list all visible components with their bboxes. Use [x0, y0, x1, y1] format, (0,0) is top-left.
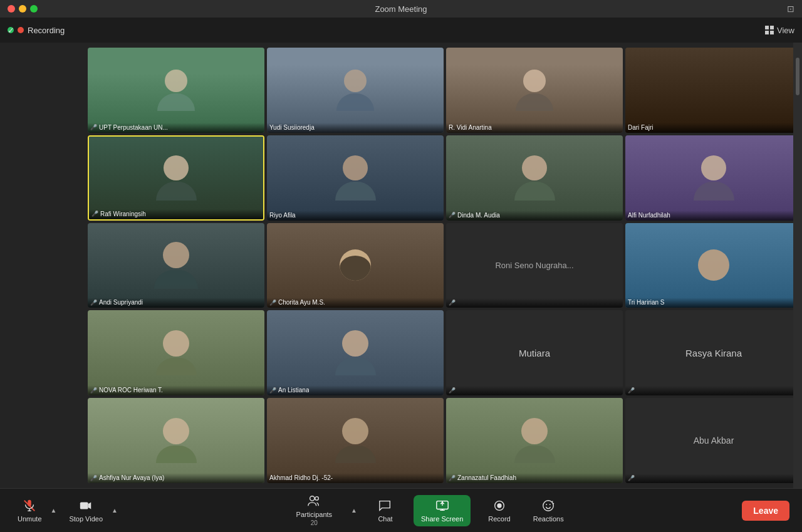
chat-button[interactable]: Chat [370, 496, 401, 525]
grid-icon [765, 26, 774, 34]
cell-label-13: 🎤 NOVA ROC Heriwan T. [88, 385, 264, 395]
unmute-button[interactable]: Unmute [13, 496, 47, 525]
video-cell-15: Mutiara 🎤 [446, 310, 623, 395]
participants-button[interactable]: Participants 20 [291, 492, 337, 529]
video-cell-19: 🎤 Zannazatul Faadhiah [446, 398, 623, 483]
svg-point-13 [546, 504, 548, 505]
mic-off-icon: 🎤 [90, 124, 97, 130]
participants-count: 20 [311, 519, 318, 526]
mic-off-icon-11: 🎤 [449, 300, 456, 306]
svg-point-11 [497, 503, 501, 508]
mic-off-icon-5: 🎤 [91, 211, 98, 217]
scroll-thumb[interactable] [796, 58, 799, 95]
mic-off-icon-13: 🎤 [90, 387, 97, 394]
window-icon: ⊡ [787, 4, 794, 14]
cell-label-7: 🎤 Dinda M. Audia [446, 211, 623, 221]
record-button[interactable]: Record [483, 496, 515, 525]
participants-icon [307, 494, 321, 508]
recording-label: Recording [28, 26, 65, 35]
video-cell-16: Rasya Kirana 🎤 [625, 310, 802, 395]
record-icon [492, 499, 506, 513]
cell-label-10: 🎤 Chorita Ayu M.S. [267, 298, 444, 308]
cell-label-15: 🎤 [446, 386, 623, 395]
top-bar: ✓ Recording View [0, 18, 802, 43]
unmute-label: Unmute [18, 515, 42, 523]
recording-badge: ✓ Recording [8, 26, 65, 35]
cell-label-8: Alfi Nurfadhilah [625, 211, 802, 221]
mic-off-icon [23, 499, 36, 513]
reactions-icon [541, 499, 555, 513]
participant-name-8: Alfi Nurfadhilah [628, 212, 670, 219]
stop-video-label: Stop Video [69, 515, 103, 523]
participant-name-6: Riyo Afila [269, 212, 296, 219]
leave-button[interactable]: Leave [742, 501, 789, 521]
check-icon: ✓ [8, 27, 14, 33]
maximize-button[interactable] [30, 5, 38, 13]
cell-label-11: 🎤 [446, 298, 623, 308]
svg-point-6 [315, 497, 319, 501]
video-cell-9: 🎤 Andi Supriyandi [88, 223, 264, 308]
title-bar: Zoom Meeting ⊡ [0, 0, 802, 18]
participant-name-3: R. Vidi Anartina [449, 124, 492, 131]
video-cell-11: Roni Seno Nugraha... 🎤 [446, 223, 623, 308]
svg-point-14 [549, 504, 551, 505]
unmute-chevron-icon[interactable]: ▲ [51, 507, 57, 514]
share-screen-label: Share Screen [421, 515, 463, 523]
stop-video-button[interactable]: Stop Video [64, 496, 108, 525]
cell-label-14: 🎤 An Listiana [267, 385, 444, 395]
scrollbar[interactable] [793, 43, 802, 488]
video-chevron-icon[interactable]: ▲ [112, 507, 118, 514]
participants-chevron-icon[interactable]: ▲ [351, 507, 357, 514]
video-cell-6: Riyo Afila [267, 135, 444, 221]
participant-name-1: UPT Perpustakaan UN... [99, 124, 168, 131]
participants-label: Participants [296, 511, 332, 518]
participant-name-7: Dinda M. Audia [457, 212, 500, 219]
svg-rect-4 [80, 502, 88, 509]
cell-label-2: Yudi Susiioredja [267, 123, 444, 133]
mic-off-icon-16: 🎤 [628, 387, 635, 394]
video-cell-2: Yudi Susiioredja [267, 48, 444, 133]
toolbar-center: Participants 20 ▲ Chat [291, 492, 569, 529]
mic-off-icon-7: 🎤 [449, 212, 456, 218]
cell-label-18: Akhmad Ridho Dj. -52- [267, 473, 444, 483]
cell-label-1: 🎤 UPT Perpustakaan UN... [88, 123, 264, 133]
video-cell-7: 🎤 Dinda M. Audia [446, 135, 623, 221]
cell-label-16: 🎤 [625, 386, 802, 395]
camera-icon [79, 499, 93, 513]
participant-name-12: Tri Haririan S [628, 299, 665, 306]
window-title: Zoom Meeting [375, 4, 427, 14]
share-screen-button[interactable]: Share Screen [414, 495, 471, 526]
video-cell-13: 🎤 NOVA ROC Heriwan T. [88, 310, 264, 395]
participant-name-2: Yudi Susiioredja [269, 124, 315, 131]
toolbar: Unmute ▲ Stop Video ▲ [0, 488, 802, 532]
mic-off-icon-20: 🎤 [628, 475, 635, 481]
reactions-label: Reactions [533, 515, 564, 523]
record-label: Record [488, 515, 510, 523]
video-cell-17: 🎤 Ashfiya Nur Avaya (Iya) [88, 398, 264, 483]
svg-point-5 [310, 496, 315, 501]
mic-off-icon-10: 🎤 [269, 300, 276, 306]
cell-label-12: Tri Haririan S [625, 298, 802, 308]
close-button[interactable] [8, 5, 15, 13]
chat-label: Chat [378, 515, 392, 523]
view-button[interactable]: View [765, 26, 794, 35]
cell-label-5: 🎤 Rafi Wiraningsih [89, 209, 263, 219]
view-label: View [777, 26, 794, 35]
video-cell-3: R. Vidi Anartina [446, 48, 623, 133]
mic-off-icon-17: 🎤 [90, 475, 97, 481]
participant-name-9: Andi Supriyandi [99, 299, 143, 306]
video-grid: 🎤 UPT Perpustakaan UN... Yudi Susiioredj… [0, 43, 802, 488]
participant-name-17: Ashfiya Nur Avaya (Iya) [99, 474, 164, 481]
minimize-button[interactable] [19, 5, 26, 13]
video-cell-20: Abu Akbar 🎤 [625, 398, 802, 483]
video-cell-1: 🎤 UPT Perpustakaan UN... [88, 48, 264, 133]
video-cell-5: 🎤 Rafi Wiraningsih [88, 135, 264, 221]
cell-label-6: Riyo Afila [267, 211, 444, 221]
window-controls-right: ⊡ [787, 3, 794, 14]
reactions-button[interactable]: Reactions [528, 496, 569, 525]
cell-label-3: R. Vidi Anartina [446, 123, 623, 133]
participant-name-13: NOVA ROC Heriwan T. [99, 387, 163, 394]
participant-name-18: Akhmad Ridho Dj. -52- [269, 474, 333, 481]
video-cell-8: Alfi Nurfadhilah [625, 135, 802, 221]
main-area: ⋮ 🎤 UPT Perpustakaan UN... [0, 43, 802, 488]
